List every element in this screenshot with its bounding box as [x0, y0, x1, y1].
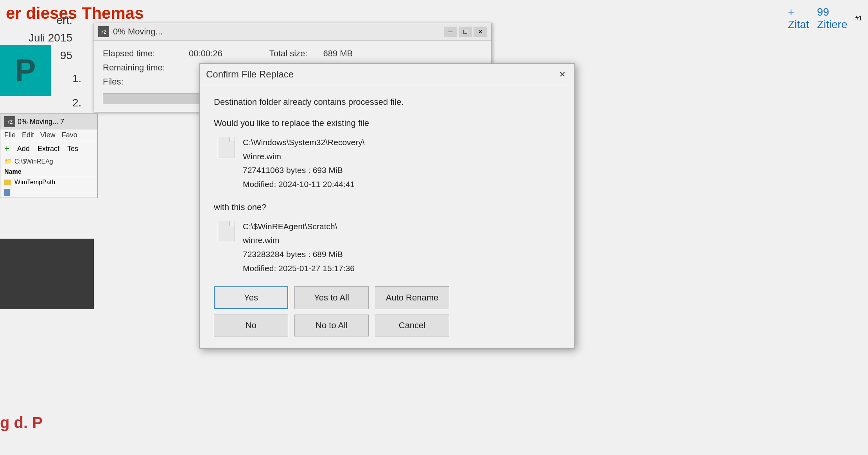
menu-view[interactable]: View — [40, 131, 56, 139]
file2-name: winre.wim — [243, 233, 355, 247]
confirm-message-2: Would you like to replace the existing f… — [214, 118, 560, 128]
zip-elapsed-row: Elapsed time: 00:00:26 Total size: 689 M… — [103, 49, 482, 59]
confirm-file-replace-dialog: Confirm File Replace ✕ Destination folde… — [199, 63, 575, 349]
menu-favo[interactable]: Favo — [62, 131, 77, 139]
zip-icon: 7z — [98, 26, 109, 37]
zip-mgr-table-header: Name — [0, 167, 97, 177]
toolbar-extract[interactable]: Extract — [38, 145, 59, 153]
zip-mgr-row-2[interactable] — [0, 187, 97, 198]
bg-date-value: Juli 2015 — [0, 29, 72, 47]
zip-manager-window: 7z 0% Moving... 7 File Edit View Favo + … — [0, 113, 98, 198]
bg-teal-box: P — [0, 45, 51, 96]
zip-close-button[interactable]: ✕ — [473, 27, 487, 37]
zip-elapsed-label: Elapsed time: — [103, 49, 189, 59]
zip-mgr-titlebar: 7z 0% Moving... 7 — [0, 114, 97, 129]
list-item-2: 2. — [72, 91, 81, 115]
zip-title-controls: ─ □ ✕ — [444, 27, 487, 37]
file-icon — [4, 189, 10, 196]
zip-maximize-button[interactable]: □ — [459, 27, 472, 37]
file-block-1: C:\Windows\System32\Recovery\ Winre.wim … — [214, 135, 560, 191]
zip-mgr-menu: File Edit View Favo — [0, 129, 97, 141]
zip-mgr-icon: 7z — [4, 116, 15, 127]
confirm-dialog-body: Destination folder already contains proc… — [200, 85, 574, 348]
yes-button[interactable]: Yes — [214, 286, 288, 309]
toolbar-test[interactable]: Tes — [67, 145, 78, 153]
confirm-message-3: with this one? — [214, 202, 560, 212]
file-info-1: C:\Windows\System32\Recovery\ Winre.wim … — [243, 135, 365, 191]
no-button[interactable]: No — [214, 315, 288, 336]
bg-zitiere-link[interactable]: 99 Zitiere — [817, 6, 847, 31]
auto-rename-button[interactable]: Auto Rename — [375, 286, 449, 309]
name-column-header: Name — [4, 168, 22, 175]
file1-name: Winre.wim — [243, 149, 365, 164]
zip-mgr-row-1[interactable]: WimTempPath — [0, 177, 97, 187]
file1-size: 727411063 bytes : 693 MiB — [243, 163, 365, 177]
menu-edit[interactable]: Edit — [22, 131, 34, 139]
bg-hash-number: #1 — [855, 15, 862, 22]
file2-modified: Modified: 2025-01-27 15:17:36 — [243, 261, 355, 275]
confirm-dialog-titlebar: Confirm File Replace ✕ — [200, 64, 574, 85]
add-icon: + — [4, 144, 9, 154]
confirm-message-1: Destination folder already contains proc… — [214, 97, 560, 107]
bg-right: + Zitat 99 Zitiere #1 — [790, 0, 868, 37]
cancel-button[interactable]: Cancel — [375, 315, 449, 336]
zip-total-size-label: Total size: — [269, 49, 308, 59]
zip-mgr-toolbar: + Add Extract Tes — [0, 141, 97, 156]
file-info-2: C:\$WinREAgent\Scratch\ winre.wim 723283… — [243, 219, 355, 275]
zip-title-left: 7z 0% Moving... — [98, 26, 163, 37]
zip-window-title: 0% Moving... — [113, 27, 163, 37]
file2-size: 723283284 bytes : 689 MiB — [243, 247, 355, 261]
bg-teal-letter: P — [15, 52, 36, 88]
menu-file[interactable]: File — [4, 131, 16, 139]
file1-modified: Modified: 2024-10-11 20:44:41 — [243, 177, 365, 191]
zip-total-size-value: 689 MB — [323, 49, 353, 59]
folder-icon — [4, 180, 11, 185]
path-folder-icon: 📁 — [4, 158, 12, 165]
confirm-close-button[interactable]: ✕ — [556, 68, 568, 80]
zip-titlebar: 7z 0% Moving... ─ □ ✕ — [93, 23, 491, 41]
zip-minimize-button[interactable]: ─ — [444, 27, 457, 37]
file-block-2: C:\$WinREAgent\Scratch\ winre.wim 723283… — [214, 219, 560, 275]
confirm-dialog-title: Confirm File Replace — [206, 69, 294, 80]
file-doc-icon-2 — [218, 221, 235, 242]
confirm-buttons-row-2: No No to All Cancel — [214, 315, 560, 336]
zip-remaining-label: Remaining time: — [103, 63, 189, 73]
list-item-1: 1. — [72, 67, 81, 91]
zip-mgr-path: 📁 C:\$WinREAg — [0, 156, 97, 167]
cat-image — [0, 239, 94, 309]
file-doc-icon-1 — [218, 137, 235, 158]
bg-date-label: ert: — [0, 12, 72, 29]
toolbar-add[interactable]: Add — [17, 145, 30, 153]
zip-files-label: Files: — [103, 77, 189, 87]
file1-path: C:\Windows\System32\Recovery\ — [243, 135, 365, 149]
no-to-all-button[interactable]: No to All — [294, 315, 369, 336]
zip-mgr-file-name-1: WimTempPath — [14, 179, 55, 186]
file2-path: C:\$WinREAgent\Scratch\ — [243, 219, 355, 234]
path-text: C:\$WinREAg — [14, 158, 53, 165]
zip-elapsed-value: 00:00:26 — [189, 49, 222, 59]
bg-zitat-link[interactable]: + Zitat — [788, 6, 809, 31]
yes-to-all-button[interactable]: Yes to All — [294, 286, 369, 309]
zip-mgr-title-text: 0% Moving... 7 — [18, 118, 64, 126]
bottom-left-text: g d. P — [0, 414, 43, 432]
confirm-buttons-row-1: Yes Yes to All Auto Rename — [214, 286, 560, 309]
